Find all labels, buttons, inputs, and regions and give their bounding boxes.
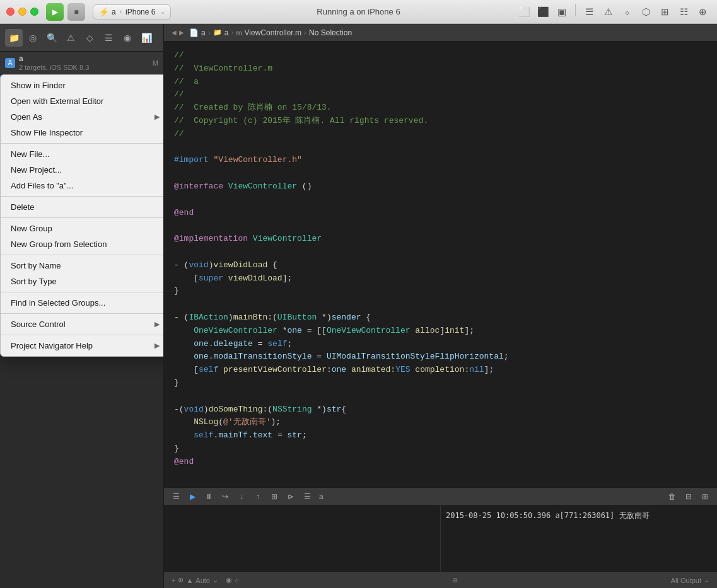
menu-item-11[interactable]: Sort by Type	[1, 274, 163, 289]
forward-icon[interactable]: ▶	[179, 29, 184, 36]
code-line: - (void)viewDidLoad {	[174, 259, 707, 272]
submenu-arrow-icon: ▶	[154, 342, 160, 350]
device-name: iPhone 6	[125, 8, 155, 16]
menu-item-1[interactable]: Open with External Editor	[1, 93, 163, 109]
reports-nav-icon[interactable]: 📊	[137, 29, 155, 47]
submenu-arrow-icon: ▶	[154, 113, 160, 121]
code-line: - (IBAction)mainBtn:(UIButton *)sender {	[174, 311, 707, 325]
editor-toggle[interactable]: ⬛	[535, 4, 551, 20]
code-line: one.delegate = self;	[174, 338, 707, 351]
breadcrumb-sep-1: ›	[208, 28, 211, 37]
status-zoom-icon[interactable]: ⊕	[452, 576, 458, 584]
menu-item-8[interactable]: New Group	[1, 221, 163, 236]
status-up-icon[interactable]: ▲	[186, 577, 193, 584]
maximize-button[interactable]	[30, 8, 38, 16]
output-chevron-icon[interactable]: ⌄	[704, 576, 709, 584]
status-bar: + ⊕ ▲ Auto ⌄ ◉ ○ ⊕ All Output ⌄	[164, 572, 717, 588]
status-circle2-icon[interactable]: ○	[235, 577, 239, 584]
jump-bar-icon[interactable]: ☷	[675, 4, 692, 20]
code-line: @interface ViewController ()	[174, 180, 707, 193]
menu-item-4[interactable]: New File...	[1, 146, 163, 162]
sidebar-toggle-right[interactable]: ▣	[554, 4, 570, 20]
menu-separator	[1, 217, 163, 218]
menu-item-13[interactable]: Source Control▶	[1, 316, 163, 332]
menu-separator	[1, 196, 163, 197]
scheme-selector[interactable]: ⚡ a › iPhone 6 ⌄	[93, 4, 171, 20]
project-subtitle: 2 targets, iOS SDK 8.3	[19, 64, 89, 71]
minimize-button[interactable]	[18, 8, 26, 16]
stop-button[interactable]	[67, 3, 85, 21]
breadcrumb-viewcontroller[interactable]: ViewController.m	[245, 28, 301, 37]
status-chevron-icon[interactable]: ⌄	[213, 576, 218, 584]
menu-item-14[interactable]: Project Navigator Help▶	[1, 338, 163, 354]
code-line: // ViewController.m	[174, 62, 707, 76]
project-nav-icon[interactable]: 📁	[5, 29, 23, 47]
find-replace-icon[interactable]: ⊕	[694, 4, 711, 20]
menu-item-5[interactable]: New Project...	[1, 162, 163, 178]
code-line	[174, 219, 707, 233]
breadcrumb-no-selection[interactable]: No Selection	[309, 28, 352, 37]
organizer-icon[interactable]: ☰	[581, 4, 597, 20]
menu-item-2[interactable]: Open As▶	[1, 109, 163, 125]
console-toggle[interactable]: ☰	[169, 490, 183, 504]
debug-play-icon[interactable]: ▶	[185, 490, 199, 504]
assistant-icon[interactable]: ⊞	[656, 4, 673, 20]
code-line: self.mainTf.text = str;	[174, 429, 707, 442]
menu-item-3[interactable]: Show File Inspector	[1, 125, 163, 141]
breakpoints-nav-icon[interactable]: ◉	[119, 29, 136, 47]
warning-icon[interactable]: ⚠	[600, 4, 616, 20]
code-line: // Copyright (c) 2015年 陈肖楠. All rights r…	[174, 115, 707, 128]
menu-item-6[interactable]: Add Files to "a"...	[1, 178, 163, 193]
status-circle-icon[interactable]: ◉	[226, 576, 232, 584]
breakpoints-icon[interactable]: ⬡	[638, 4, 654, 20]
code-line: }	[174, 285, 707, 298]
menu-separator	[1, 292, 163, 292]
debug-icon[interactable]: ⬦	[619, 4, 635, 20]
code-line: // a	[174, 76, 707, 89]
breadcrumb-sep-2: ›	[231, 28, 233, 37]
test-nav-icon[interactable]: ◇	[81, 29, 98, 47]
trash-icon[interactable]: 🗑	[665, 490, 679, 504]
close-button[interactable]	[6, 8, 15, 16]
menu-item-7[interactable]: Delete	[1, 199, 163, 215]
menu-item-12[interactable]: Find in Selected Groups...	[1, 295, 163, 311]
sidebar-toggle-left[interactable]: ⬜	[516, 4, 532, 20]
menu-item-0[interactable]: Show in Finder	[1, 78, 163, 93]
location-icon[interactable]: ☰	[300, 490, 314, 504]
split-horizontal-icon[interactable]: ⊟	[682, 490, 696, 504]
running-status: Running a on iPhone 6	[317, 7, 400, 16]
step-into-icon[interactable]: ↓	[235, 490, 248, 504]
sidebar: 📁 ◎ 🔍 ⚠ ◇ ☰ ◉ 📊 A a 2 targets, iOS SDK 8…	[0, 24, 164, 588]
search-nav-icon[interactable]: 🔍	[43, 29, 61, 47]
code-line: //	[174, 88, 707, 101]
code-line: @implementation ViewController	[174, 233, 707, 246]
symbol-nav-icon[interactable]: ◎	[24, 29, 42, 47]
status-right: All Output ⌄	[671, 576, 709, 584]
issues-nav-icon[interactable]: ⚠	[62, 29, 79, 47]
code-line	[174, 246, 707, 259]
bottom-right-icons: 🗑 ⊟ ⊞	[665, 490, 712, 504]
debug-pause-icon[interactable]: ⏸	[202, 490, 216, 504]
status-clock-icon[interactable]: ⊕	[178, 576, 184, 584]
share-icon[interactable]: ⊳	[284, 490, 298, 504]
menu-item-10[interactable]: Sort by Name	[1, 258, 163, 274]
title-bar: ⚡ a › iPhone 6 ⌄ Running a on iPhone 6 ⬜…	[0, 0, 717, 24]
step-over-icon[interactable]: ↪	[218, 490, 232, 504]
breadcrumb-a[interactable]: a	[201, 28, 206, 37]
menu-item-9[interactable]: New Group from Selection	[1, 236, 163, 252]
play-button[interactable]	[46, 3, 64, 21]
split-vertical-icon[interactable]: ⊞	[698, 490, 712, 504]
status-plus-icon[interactable]: +	[172, 577, 175, 584]
back-icon[interactable]: ◀	[172, 29, 177, 36]
bottom-content: 2015-08-25 10:05:50.396 a[771:263061] 无敌…	[164, 505, 717, 572]
breadcrumb-file-icon: m	[236, 29, 242, 37]
step-out-icon[interactable]: ↑	[251, 490, 265, 504]
console-app-label: a	[319, 492, 324, 501]
breadcrumb-a2[interactable]: a	[224, 28, 229, 37]
debug-nav-icon[interactable]: ☰	[100, 29, 117, 47]
code-editor[interactable]: //// ViewController.m// a//// Created by…	[164, 42, 717, 487]
status-scheme-text[interactable]: Auto	[195, 577, 210, 584]
main-layout: 📁 ◎ 🔍 ⚠ ◇ ☰ ◉ 📊 A a 2 targets, iOS SDK 8…	[0, 24, 717, 588]
stack-icon[interactable]: ⊞	[267, 490, 281, 504]
editor-area: ◀ ▶ 📄 a › 📁 a › m ViewController.m › No …	[164, 24, 717, 588]
